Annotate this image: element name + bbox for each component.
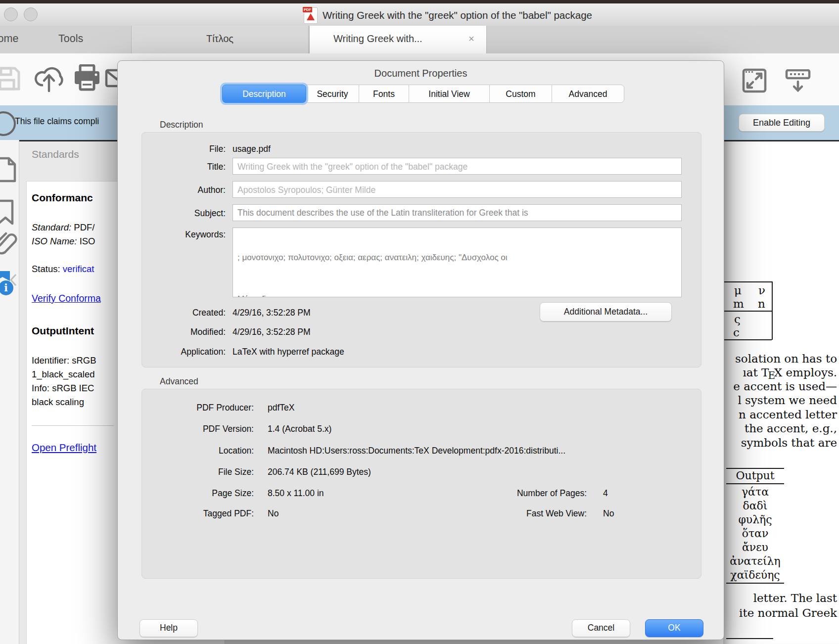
pdf-text-line: solation on has to [723,352,837,365]
cloud-upload-icon[interactable] [33,62,65,93]
fit-window-icon[interactable] [742,68,767,93]
author-input[interactable]: Apostolos Syropoulos; Günter Milde [233,181,682,198]
tab-home[interactable]: Home [0,33,18,45]
table-cell: m [733,297,744,310]
document-properties-dialog: Document Properties Description Security… [117,60,724,640]
pdf-producer-value: pdfTeX [268,403,294,413]
toolbar-collapse-icon[interactable] [785,69,811,93]
table-rule [772,281,773,340]
output-table-row: ὅταν [726,527,784,540]
modified-label: Modified: [139,327,226,337]
pdf-text-line: the accent, e.g., [723,422,837,435]
outputintent-line: Info: sRGB IEC [32,383,94,394]
pdf-producer-label: PDF Producer: [140,403,254,413]
cancel-button[interactable]: Cancel [572,619,630,637]
application-label: Application: [139,347,226,357]
verify-conformance-link[interactable]: Verify Conforma [32,293,101,304]
page-size-value: 8.50 x 11.00 in [268,488,324,499]
table-cell: ς [734,313,741,325]
traffic-light-button[interactable] [4,7,18,21]
page-thumbnails-icon[interactable] [0,156,19,183]
document-tab-active[interactable]: Writing Greek with... × [309,26,487,53]
title-input[interactable]: Writing Greek with the "greek" option of… [233,158,682,175]
table-rule [723,311,772,312]
advanced-group-box [141,389,701,579]
tab-security[interactable]: Security [306,85,359,103]
output-table-row: γάτα [726,486,784,498]
close-tab-icon[interactable]: × [468,33,474,45]
status-line: Status: verificat [32,264,94,275]
table-cell: μ [734,284,742,297]
application-value: LaTeX with hyperref package [233,347,344,357]
tab-bar: Home Tools Τίτλος Writing Greek with... … [0,26,839,53]
outputintent-line: 1_black_scaled [32,369,95,380]
subject-input[interactable]: This document describes the use of the L… [233,204,682,221]
keywords-line: Μένανδρος [237,292,677,297]
subject-label: Subject: [139,208,226,219]
pdf-text-line: l system we need [723,394,837,407]
open-preflight-link[interactable]: Open Preflight [32,442,96,454]
bookmarks-icon[interactable] [0,199,19,226]
panel-divider [32,425,114,426]
traffic-light-button[interactable] [24,7,38,21]
standard-line: Standard: PDF/ [32,222,95,233]
table-rule [723,281,772,282]
svg-text:i: i [4,282,8,294]
file-size-label: File Size: [140,467,254,477]
status-value: verificat [63,264,94,274]
standards-panel-header: Standards [32,148,79,160]
compliance-icon [0,111,16,136]
pdf-text-line: e accent is used— [723,380,837,393]
file-label: File: [139,144,226,154]
attachments-icon[interactable] [0,230,20,256]
output-table-row: δαδὶ [726,500,784,512]
outputintent-line: black scaling [32,397,84,408]
pdf-text-line: ite normal Greek [723,606,837,619]
enable-editing-button[interactable]: Enable Editing [739,114,825,132]
file-value: usage.pdf [233,144,271,154]
compliance-message: This file claims compli [15,116,99,127]
number-of-pages-value: 4 [603,488,608,499]
pdf-file-icon: PDF [304,7,318,24]
pdf-version-value: 1.4 (Acrobat 5.x) [268,424,331,434]
description-group-label: Description [160,120,203,130]
iso-name-line: ISO Name: ISO [32,236,95,247]
tab-fonts[interactable]: Fonts [359,85,409,103]
pdf-text-line: letter. The last [723,592,837,604]
dialog-tab-strip: Description Security Fonts Initial View … [222,85,624,103]
pdf-text-line-tex: ıat TEX employs. [723,366,837,379]
tab-description[interactable]: Description [222,85,306,103]
title-bar: PDF Writing Greek with the "greek" optio… [0,3,839,26]
keywords-line: ; μονοτονιχο; πολυτονιχο; οξεια; αερας; … [237,251,677,265]
footnote-rule [726,638,773,639]
app-window: PDF Writing Greek with the "greek" optio… [0,0,839,644]
tab-custom[interactable]: Custom [489,85,552,103]
ok-button[interactable]: OK [645,619,703,637]
pdf-text-line: n accented letter [723,408,837,421]
keywords-label: Keywords: [139,230,226,240]
fast-web-view-label: Fast Web View: [473,508,587,519]
created-label: Created: [139,308,226,318]
table-rule [726,468,784,469]
created-value: 4/29/16, 3:52:28 PM [233,308,311,318]
pdf-version-label: PDF Version: [140,424,254,434]
document-tab-titlos[interactable]: Τίτλος [131,26,309,53]
tab-advanced[interactable]: Advanced [552,85,624,103]
panel-collapse-chevron-icon[interactable] [10,274,17,286]
outputintent-line: Identifier: sRGB [32,355,96,366]
advanced-group-label: Advanced [160,376,198,387]
outputintent-title: OutputIntent [32,325,94,337]
fast-web-view-value: No [603,508,614,519]
save-icon[interactable] [0,64,22,92]
output-table-row: ἀνατείλη [726,555,784,567]
table-cell: ν [758,284,765,297]
additional-metadata-button[interactable]: Additional Metadata... [540,302,672,322]
title-label: Title: [139,162,226,172]
tab-tools[interactable]: Tools [58,33,83,45]
keywords-input[interactable]: ; μονοτονιχο; πολυτονιχο; οξεια; αερας; … [233,228,682,297]
table-cell: c [733,326,740,339]
modified-value: 4/29/16, 3:52:28 PM [233,327,311,337]
tab-initial-view[interactable]: Initial View [409,85,490,103]
print-icon[interactable] [72,64,102,92]
help-button[interactable]: Help [140,619,198,637]
